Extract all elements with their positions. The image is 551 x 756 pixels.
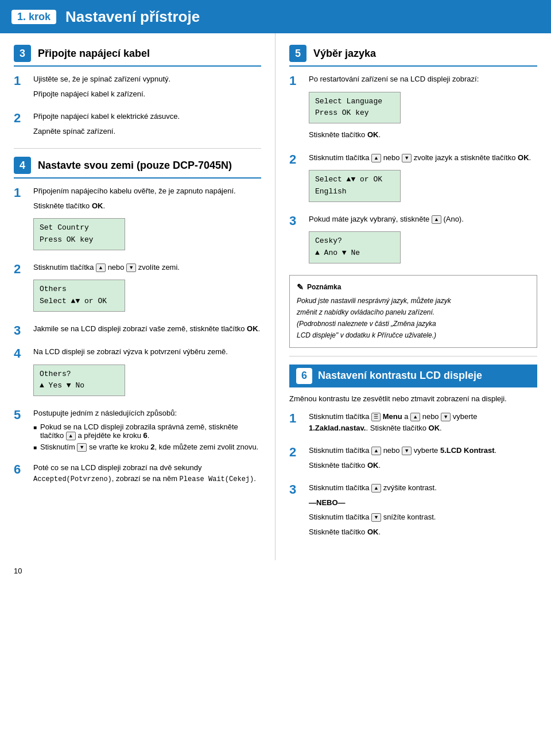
step-left-2-text1: Připojte napájecí kabel k elektrické zás… bbox=[33, 111, 261, 122]
section-3-header: 3 Připojte napájecí kabel bbox=[14, 45, 261, 67]
s6-step-3-text2: Stisknutím tlačítka ▼ snížíte kontrast. bbox=[309, 511, 537, 523]
s5-step-2: 2 Stisknutím tlačítka ▲ nebo ▼ zvolte ja… bbox=[289, 152, 537, 206]
s5-step-1-text1: Po restartování zařízení se na LCD displ… bbox=[309, 73, 537, 85]
bullet-1: ■ bbox=[33, 424, 37, 431]
s5-step-1-text2: Stiskněte tlačítko OK. bbox=[309, 129, 537, 141]
section-6-intro: Změnou kontrastu lze zesvětlit nebo ztma… bbox=[289, 393, 537, 405]
up-btn7: ▲ bbox=[371, 484, 381, 493]
s4-substep-1-text: Pokud se na LCD displeji zobrazila správ… bbox=[40, 422, 261, 440]
section-4-header: 4 Nastavte svou zemi (pouze DCP-7045N) bbox=[14, 157, 261, 179]
note-icon: ✎ bbox=[297, 281, 304, 293]
step-left-1-text1: Ujistěte se, že je spínač zařízení vypnu… bbox=[33, 73, 261, 85]
lcd-others-yes-no: Others?▲ Yes ▼ No bbox=[33, 365, 125, 397]
main-content: 3 Připojte napájecí kabel 1 Ujistěte se,… bbox=[0, 33, 551, 560]
note-line-3: (Podrobnosti naleznete v části „Změna ja… bbox=[297, 319, 530, 329]
step-left-2: 2 Připojte napájecí kabel k elektrické z… bbox=[14, 111, 261, 140]
section-6-num: 6 bbox=[296, 368, 312, 384]
note-line-4: LCD displeje" v dodatku k Příručce uživa… bbox=[297, 330, 530, 340]
down-btn3: ▼ bbox=[402, 154, 412, 162]
section-4-title: Nastavte svou zemi (pouze DCP-7045N) bbox=[38, 160, 232, 172]
step-left-1-text2: Připojte napájecí kabel k zařízení. bbox=[33, 88, 261, 100]
lcd-others-select: OthersSelect ▲▼ or OK bbox=[33, 280, 125, 312]
s4-step-6: 6 Poté co se na LCD displeji zobrazí na … bbox=[14, 462, 261, 489]
step-left-2-text2: Zapněte spínač zařízení. bbox=[33, 126, 261, 137]
bullet-2: ■ bbox=[33, 444, 37, 451]
s6-step-3: 3 Stisknutím tlačítka ▲ zvýšite kontrast… bbox=[289, 482, 537, 541]
s5-step-3-text: Pokud máte jazyk vybraný, stiskněte ▲ (A… bbox=[309, 214, 537, 225]
s4-step-2: 2 Stisknutím tlačítka ▲ nebo ▼ zvolíte z… bbox=[14, 262, 261, 315]
up-btn3: ▲ bbox=[371, 154, 381, 162]
s6-step-2-text2: Stiskněte tlačítko OK. bbox=[309, 460, 537, 471]
section-5-title: Výběr jazyka bbox=[313, 48, 376, 60]
s4-step-6-text: Poté co se na LCD displeji zobrazí na dv… bbox=[33, 462, 261, 485]
s4-step-4: 4 Na LCD displeji se zobrazí výzva k pot… bbox=[14, 346, 261, 400]
note-line-2: změnit z nabídky ovládacího panelu zaříz… bbox=[297, 307, 530, 317]
s6-step-1: 1 Stisknutím tlačítka ☰ Menu a ▲ nebo ▼ … bbox=[289, 411, 537, 437]
down-btn5: ▼ bbox=[441, 413, 451, 421]
s4-substep-1: ■ Pokud se na LCD displeji zobrazila spr… bbox=[33, 422, 261, 440]
page-number: 10 bbox=[14, 567, 22, 575]
section-5-header: 5 Výběr jazyka bbox=[289, 45, 537, 67]
section-6-title: Nastavení kontrastu LCD displeje bbox=[318, 370, 482, 382]
divider-2 bbox=[289, 356, 537, 356]
s4-step-3: 3 Jakmile se na LCD displeji zobrazí vaš… bbox=[14, 323, 261, 338]
s6-step-3-text1: Stisknutím tlačítka ▲ zvýšite kontrast. bbox=[309, 482, 537, 494]
note-label: Poznámka bbox=[307, 282, 341, 292]
lcd-select-language: Select LanguagePress OK key bbox=[309, 92, 401, 124]
s5-step-2-text: Stisknutím tlačítka ▲ nebo ▼ zvolte jazy… bbox=[309, 152, 537, 164]
s4-step-4-text: Na LCD displeji se zobrazí výzva k potvr… bbox=[33, 346, 261, 358]
s4-step-3-text: Jakmile se na LCD displeji zobrazí vaše … bbox=[33, 323, 261, 335]
page-header: 1. krok Nastavení přístroje bbox=[0, 0, 551, 33]
s5-step-3: 3 Pokud máte jazyk vybraný, stiskněte ▲ … bbox=[289, 214, 537, 267]
menu-btn: ☰ bbox=[371, 413, 381, 421]
up-btn4: ▲ bbox=[432, 215, 441, 224]
divider-1 bbox=[14, 148, 261, 149]
s4-step-1-text1: Připojením napájecího kabelu ověřte, že … bbox=[33, 185, 261, 197]
s4-step-1-text2: Stiskněte tlačítko OK. bbox=[33, 200, 261, 212]
lcd-set-country: Set CountryPress OK key bbox=[33, 218, 125, 250]
left-column: 3 Připojte napájecí kabel 1 Ujistěte se,… bbox=[0, 33, 276, 560]
step-left-1: 1 Ujistěte se, že je spínač zařízení vyp… bbox=[14, 73, 261, 103]
section-3-title: Připojte napájecí kabel bbox=[38, 48, 150, 60]
s4-step-2-text: Stisknutím tlačítka ▲ nebo ▼ zvolíte zem… bbox=[33, 262, 261, 273]
section-4-num: 4 bbox=[14, 157, 31, 174]
section-3-num: 3 bbox=[14, 45, 31, 62]
section-6-header: 6 Nastavení kontrastu LCD displeje bbox=[289, 365, 537, 387]
note-title: ✎ Poznámka bbox=[297, 281, 530, 293]
s5-step-1: 1 Po restartování zařízení se na LCD dis… bbox=[289, 73, 537, 144]
down-btn2: ▼ bbox=[77, 443, 87, 452]
s6-step-1-text: Stisknutím tlačítka ☰ Menu a ▲ nebo ▼ vy… bbox=[309, 411, 537, 433]
up-btn5: ▲ bbox=[410, 413, 420, 421]
note-line-1: Pokud jste nastavili nesprávný jazyk, mů… bbox=[297, 296, 530, 306]
s6-step-2: 2 Stisknutím tlačítka ▲ nebo ▼ vyberte 5… bbox=[289, 445, 537, 474]
s4-step-5: 5 Postupujte jedním z následujících způs… bbox=[14, 408, 261, 453]
up-btn6: ▲ bbox=[371, 447, 381, 455]
s6-step-3-or: —NEBO— bbox=[309, 497, 537, 509]
step-label: 1. krok bbox=[11, 10, 56, 24]
up-btn2: ▲ bbox=[66, 432, 76, 440]
s4-step-5-text: Postupujte jedním z následujících způsob… bbox=[33, 408, 261, 419]
down-btn6: ▼ bbox=[402, 447, 412, 455]
right-column: 5 Výběr jazyka 1 Po restartování zařízen… bbox=[276, 33, 551, 560]
down-btn7: ▼ bbox=[371, 513, 381, 522]
s6-step-3-text3: Stiskněte tlačítko OK. bbox=[309, 526, 537, 538]
page-title: Nastavení přístroje bbox=[65, 8, 200, 26]
down-btn-icon: ▼ bbox=[126, 263, 136, 272]
lcd-cesky-ano-ne: Cesky?▲ Ano ▼ Ne bbox=[309, 231, 401, 263]
s6-step-2-text: Stisknutím tlačítka ▲ nebo ▼ vyberte 5.L… bbox=[309, 445, 537, 456]
section-5-num: 5 bbox=[289, 45, 306, 62]
note-box: ✎ Poznámka Pokud jste nastavili nesprávn… bbox=[289, 275, 537, 348]
s4-substep-2: ■ Stisknutím ▼ se vraťte ke kroku 2, kde… bbox=[33, 443, 261, 452]
lcd-select-ok-english: Select ▲▼ or OKEnglish bbox=[309, 170, 401, 202]
s4-substep-2-text: Stisknutím ▼ se vraťte ke kroku 2, kde m… bbox=[40, 443, 258, 452]
up-btn-icon: ▲ bbox=[96, 263, 106, 272]
s4-step-1: 1 Připojením napájecího kabelu ověřte, ž… bbox=[14, 185, 261, 254]
